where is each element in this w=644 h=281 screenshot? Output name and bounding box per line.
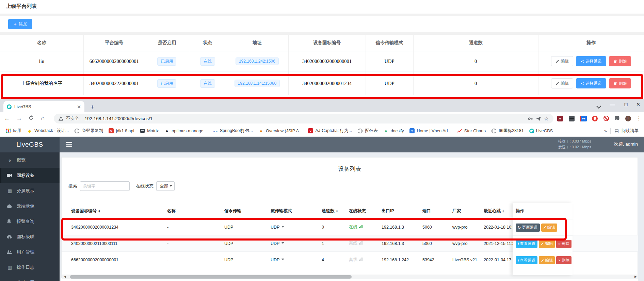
delete-button[interactable]: 删除 (609, 78, 631, 88)
sidebar-item-overview[interactable]: ◕概览 (0, 152, 60, 168)
device-list-title: 设备列表 (62, 158, 638, 173)
bookmarks-overflow-button[interactable]: » (602, 127, 609, 135)
bookmark-docsify[interactable]: ●docsify (381, 127, 406, 135)
bookmark-springboot[interactable]: ⌄⌄SpringBoot打包... (210, 127, 255, 135)
stream-mode-select[interactable]: UDP (271, 241, 322, 246)
sidebar-item-alarm-query[interactable]: 报警查询 (0, 214, 60, 229)
window-chevron-icon[interactable] (594, 103, 603, 109)
bookmark-motrix[interactable]: Motrix (138, 127, 161, 135)
extension-block-icon[interactable] (602, 115, 610, 122)
reading-list-button[interactable]: ▤阅读清单 (612, 127, 641, 135)
sidebar-item-basic-config[interactable]: 基础配置 (0, 275, 60, 281)
bookmark-github[interactable]: ●optimus-manage... (162, 127, 209, 135)
delete-device-button[interactable]: ×删除 (556, 256, 571, 264)
device-online-status[interactable]: 在线 (349, 224, 382, 230)
bookmark-gb28181[interactable]: 66国标28181 (489, 127, 526, 135)
chevron-down-icon (281, 226, 284, 229)
profile-avatar[interactable]: I (624, 115, 632, 122)
cell-status: 在线 (189, 71, 226, 95)
bookmark-jdk-api[interactable]: Ojdk1.8 api (107, 127, 136, 135)
sidebar-item-gb-devices[interactable]: 国标设备 (0, 168, 60, 183)
bookmark-copy[interactable]: 免登录复制 (72, 127, 105, 135)
window-minimize-button[interactable]: — (608, 101, 617, 107)
device-ip: 192.168.1.3 (382, 241, 422, 246)
reload-icon[interactable] (29, 115, 34, 120)
sort-icon[interactable]: ▲▼ (502, 209, 504, 213)
sidebar-item-operation-log[interactable]: ▥操作日志 (0, 260, 60, 275)
bookmark-livegbs[interactable]: LiveGBS (527, 128, 555, 134)
bookmark-jsip-overview[interactable]: ●Overview (JSIP A... (256, 127, 304, 135)
url-text[interactable]: 192.168.1.141:20000/#/devices/1 (85, 116, 525, 121)
sort-icon[interactable]: ▲▼ (98, 209, 100, 213)
scrollbar-thumb[interactable] (70, 275, 352, 279)
delete-button[interactable]: 删除 (609, 56, 631, 66)
key-icon[interactable] (528, 116, 533, 121)
welcome-user[interactable]: 欢迎, admin (614, 141, 638, 147)
edit-button[interactable]: 编辑 (551, 56, 573, 66)
stream-mode-select[interactable]: UDP (271, 225, 322, 230)
bookmark-webstack[interactable]: ◆Webstack - 设计... (25, 127, 71, 135)
security-label[interactable]: 不安全 (66, 116, 79, 121)
new-tab-button[interactable]: ＋ (89, 103, 95, 111)
sort-icon[interactable]: ▲▼ (336, 209, 338, 213)
sidebar-item-gb-cascade[interactable]: 国标级联 (0, 229, 60, 244)
online-status-select[interactable]: 全部 (156, 181, 175, 191)
home-icon[interactable]: ⌂ (41, 115, 45, 122)
add-platform-button[interactable]: ＋ 添加 (8, 19, 32, 29)
update-channels-button[interactable]: ↻更新通道 (516, 224, 540, 232)
edit-button[interactable]: 编辑 (551, 78, 573, 88)
bookmark-star-icon[interactable]: ☆ (544, 115, 549, 122)
bookmark-star-charts[interactable]: Star Charts (455, 127, 488, 135)
app-logo[interactable]: LiveGBS (0, 137, 60, 152)
extension-js-icon[interactable]: JS (556, 115, 564, 122)
grid-icon: ▦ (7, 188, 13, 194)
edit-device-button[interactable]: 编辑 (539, 240, 555, 248)
address-bar[interactable]: 不安全 192.168.1.141:20000/#/devices/1 ☆ (54, 114, 553, 123)
view-channels-button[interactable]: i查看通道 (516, 256, 537, 264)
delete-device-button[interactable]: ×删除 (556, 240, 571, 248)
col-gb-id[interactable]: 设备国标编号▲▼ (71, 208, 167, 214)
scroll-left-icon[interactable]: ◀ (64, 275, 66, 278)
bookmark-color-table[interactable]: 配色表 (355, 127, 380, 135)
extension-fe-icon[interactable]: FE (579, 115, 587, 122)
extension-adblock-hand-icon[interactable] (591, 115, 598, 122)
screenshot-root: 上级平台列表 ＋ 添加 名称 平台编号 是否启用 状态 地址 设备国标编号 信令… (0, 0, 644, 281)
cell-channels: 0 (414, 71, 538, 95)
tab-close-icon[interactable]: ✕ (77, 104, 81, 110)
sidebar-toggle-icon[interactable] (66, 142, 72, 147)
back-icon[interactable]: ← (4, 115, 10, 122)
sidebar-item-cloud-record[interactable]: 云端录像 (0, 198, 60, 214)
search-input[interactable] (80, 181, 130, 191)
gauge-icon: ◕ (7, 158, 13, 163)
send-icon[interactable] (536, 116, 541, 121)
view-channels-button[interactable]: i查看通道 (516, 240, 537, 248)
tab-title: LiveGBS (14, 104, 74, 109)
bookmark-vben[interactable]: VHome | Vben Ad... (407, 127, 453, 135)
cell-enabled: 已启用 (145, 51, 190, 71)
device-search-row: 搜索 在线状态 全部 (68, 181, 175, 191)
select-channel-button[interactable]: 选择通道 (576, 56, 606, 66)
extension-spy-icon[interactable] (568, 115, 575, 122)
forward-icon[interactable]: → (16, 115, 22, 122)
scroll-right-icon[interactable]: ▶ (634, 275, 637, 278)
device-sig: UDP (224, 225, 271, 230)
x-icon: × (558, 242, 561, 246)
browser-menu-icon[interactable]: ⋮ (635, 115, 643, 122)
window-maximize-button[interactable]: □ (622, 101, 630, 107)
app-content: 设备列表 搜索 在线状态 全部 设备国标编号▲▼ 名称 信令传输 流传输模式 通… (60, 152, 644, 281)
extensions-puzzle-icon[interactable] (613, 115, 621, 122)
sidebar-item-split-screen[interactable]: ▦分屏展示 (0, 183, 60, 198)
stream-mode-select[interactable]: UDP (271, 258, 322, 262)
select-channel-button[interactable]: 选择通道 (576, 78, 606, 88)
bookmark-aj-captcha[interactable]: GAJ-Captcha: 行为... (306, 127, 354, 135)
edit-device-button[interactable]: 编辑 (539, 256, 555, 264)
device-sig: UDP (224, 258, 271, 262)
window-close-button[interactable]: ✕ (634, 101, 643, 108)
col-header-channels: 通道数 (414, 35, 538, 51)
bookmark-apps[interactable]: 应用 (3, 127, 23, 135)
edit-device-button[interactable]: 编辑 (541, 224, 557, 232)
browser-tab[interactable]: LiveGBS ✕ (3, 101, 84, 112)
col-channels[interactable]: 通道数▲▼ (322, 208, 349, 214)
sidebar-item-user-management[interactable]: 用户管理 (0, 244, 60, 260)
pencil-icon (556, 60, 559, 63)
